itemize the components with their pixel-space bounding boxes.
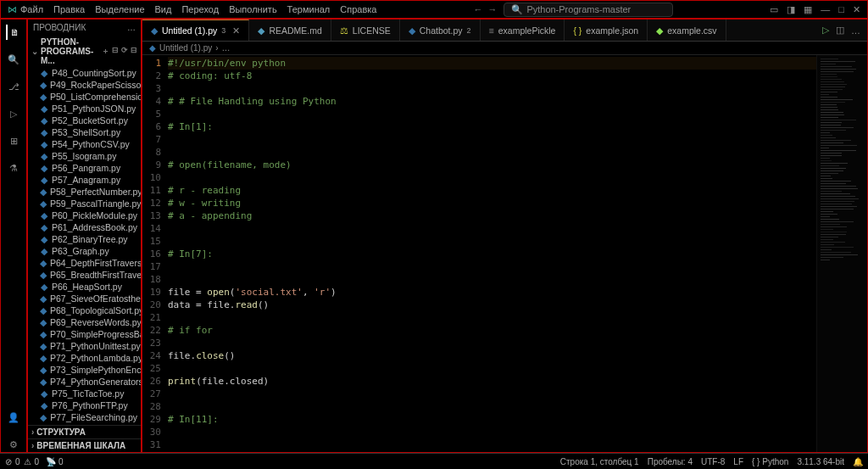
run-debug-icon[interactable]: ▷ [6,106,21,121]
file-item[interactable]: ◆P65_BreadthFirstTraversal.py [28,269,141,281]
minimize-icon[interactable]: — [821,4,830,14]
file-name: P76_PythonFTP.py [52,400,128,410]
project-section-header[interactable]: PYTHON-PROGRAMS-M... ＋ ⊟ ⟳ ⊟ [28,36,141,67]
file-item[interactable]: ◆P53_ShellSort.py [28,126,141,138]
layout-grid-icon[interactable]: ▦ [804,4,812,15]
file-name: P56_Pangram.py [52,163,120,173]
py-icon: ◆ [40,115,48,126]
file-item[interactable]: ◆P69_ReverseWords.py [28,316,141,328]
file-item[interactable]: ◆P71_PythonUnittest.py [28,340,141,352]
editor-tab[interactable]: ◆Chatbot.py2 [400,20,481,41]
testing-icon[interactable]: ⚗ [6,160,21,176]
file-name: P71_PythonUnittest.py [50,341,141,351]
file-item[interactable]: ◆P48_CountingSort.py [28,67,141,79]
explorer-icon[interactable]: 🗎 [6,25,21,40]
file-item[interactable]: ◆P59_PascalTriangle.py [28,198,141,209]
settings-gear-icon[interactable]: ⚙ [6,437,21,452]
file-item[interactable]: ◆P73_SimplePythonEncryption.py [28,364,141,376]
layout-panel-icon[interactable]: ▭ [770,4,778,15]
file-item[interactable]: ◆P77_FileSearching.py [28,411,141,423]
account-icon[interactable]: 👤 [6,410,21,425]
menu-правка[interactable]: Правка [53,4,85,14]
menu-выполнить[interactable]: Выполнить [229,4,276,14]
py-icon: ◆ [40,210,48,221]
file-item[interactable]: ◆P70_SimpleProgressBar.py [28,328,141,340]
editor-tab[interactable]: { }example.json [565,20,648,41]
file-name: P59_PascalTriangle.py [50,198,141,209]
nav-forward-icon[interactable]: → [487,4,497,14]
file-item[interactable]: ◆P57_Anagram.py [28,174,141,186]
editor-tab[interactable]: ◆README.md [249,20,331,41]
status-encoding[interactable]: UTF-8 [701,457,725,466]
tab-label: Chatbot.py [420,25,463,36]
file-item[interactable]: ◆P56_Pangram.py [28,162,141,174]
status-eol[interactable]: LF [733,457,743,466]
menu-выделение[interactable]: Выделение [95,4,144,14]
menu-терминал[interactable]: Терминал [287,4,331,14]
explorer-more-icon[interactable]: … [127,23,136,32]
file-item[interactable]: ◆P58_PerfectNumber.py [28,186,141,198]
editor-tab[interactable]: ◆Untitled (1).py3✕ [142,20,249,41]
source-control-icon[interactable]: ⎇ [6,79,21,94]
file-item[interactable]: ◆P68_TopologicalSort.py [28,304,141,316]
file-item[interactable]: ◆P75_TicTacToe.py [28,388,141,399]
file-item[interactable]: ◆P66_HeapSort.py [28,281,141,293]
file-name: P62_BinaryTree.py [52,234,128,244]
nav-back-icon[interactable]: ← [473,4,482,14]
collapse-icon[interactable]: ⊟ [131,46,137,57]
new-folder-icon[interactable]: ⊟ [112,46,119,57]
maximize-icon[interactable]: □ [838,4,844,14]
py-icon: ◆ [40,80,47,90]
minimap[interactable] [816,55,867,452]
editor-tab[interactable]: ◆example.csv [648,20,726,41]
file-item[interactable]: ◆P51_PythonJSON.py [28,103,141,114]
status-cursor[interactable]: Строка 1, столбец 1 [560,457,639,466]
tab-close-icon[interactable]: ✕ [232,25,240,36]
extensions-icon[interactable]: ⊞ [6,133,21,148]
file-item[interactable]: ◆P74_PythonGenerators.py [28,376,141,388]
file-item[interactable]: ◆P62_BinaryTree.py [28,233,141,245]
status-errors[interactable]: ⊘ 0 ⚠ 0 [5,457,39,466]
status-language[interactable]: { } Python [752,457,788,466]
layout-sidebar-icon[interactable]: ◨ [787,4,795,15]
split-editor-icon[interactable]: ◫ [836,25,844,36]
search-side-icon[interactable]: 🔍 [6,52,21,67]
file-item[interactable]: ◆P61_AddressBook.py [28,221,141,233]
file-item[interactable]: ◆P55_Isogram.py [28,150,141,162]
status-interpreter[interactable]: 3.11.3 64-bit [797,457,844,466]
file-item[interactable]: ◆P64_DepthFirstTraversal.py [28,257,141,269]
menu-вид[interactable]: Вид [155,4,172,14]
close-icon[interactable]: ✕ [853,4,860,15]
status-ports[interactable]: 📡 0 [46,457,63,466]
file-item[interactable]: ◆P52_BucketSort.py [28,114,141,126]
py-icon: ◆ [40,198,47,209]
menu-файл[interactable]: Файл [20,4,43,14]
editor-tab[interactable]: ≡examplePickle [481,20,565,41]
py-icon: ◆ [40,246,48,256]
status-indent[interactable]: Пробелы: 4 [648,457,693,466]
py-icon: ◆ [40,103,48,114]
file-item[interactable]: ◆P49_RockPaperScissors.py [28,79,141,91]
code-editor[interactable]: #!/usr/bin/env python# coding: utf-8# # … [168,55,816,452]
file-name: P50_ListComprehensions.py [50,92,141,102]
status-bell-icon[interactable]: 🔔 [853,457,863,466]
lic-icon: ⚖ [340,25,348,36]
file-item[interactable]: ◆P60_PickleModule.py [28,209,141,221]
refresh-icon[interactable]: ⟳ [121,46,128,57]
more-editor-icon[interactable]: … [851,25,860,36]
timeline-section[interactable]: ВРЕМЕННАЯ ШКАЛА [28,438,141,452]
menu-справка[interactable]: Справка [340,4,376,14]
run-file-icon[interactable]: ▷ [822,25,829,36]
file-item[interactable]: ◆P63_Graph.py [28,245,141,257]
file-item[interactable]: ◆P67_SieveOfEratosthenes.py [28,293,141,304]
editor-tab[interactable]: ⚖LICENSE [331,20,400,41]
outline-section[interactable]: СТРУКТУРА [28,425,141,438]
command-center[interactable]: 🔍 Python-Programs-master [504,3,673,17]
breadcrumb[interactable]: ◆ Untitled (1).py › … [142,42,867,55]
file-item[interactable]: ◆P54_PythonCSV.py [28,138,141,150]
new-file-icon[interactable]: ＋ [102,46,109,57]
menu-переход[interactable]: Переход [181,4,219,14]
file-item[interactable]: ◆P76_PythonFTP.py [28,399,141,411]
file-item[interactable]: ◆P72_PythonLambda.py [28,352,141,364]
file-item[interactable]: ◆P50_ListComprehensions.py [28,91,141,103]
